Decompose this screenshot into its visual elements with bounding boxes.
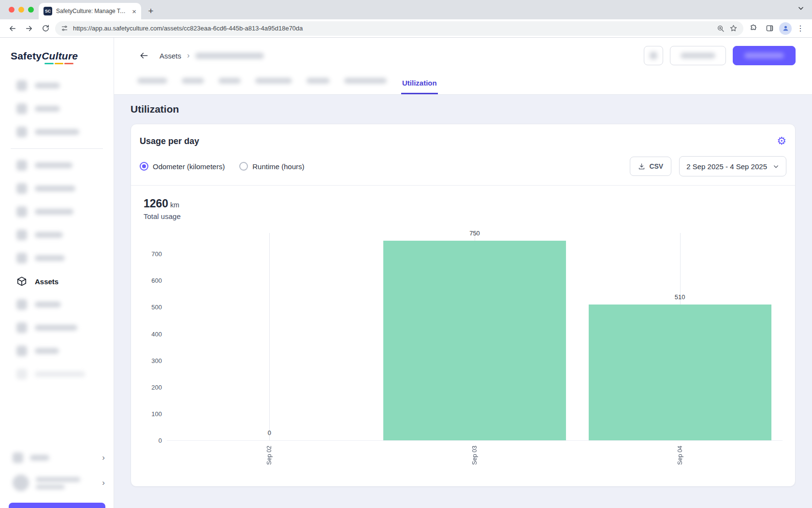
tab-search-chevron-icon[interactable] <box>798 5 804 12</box>
bar-value-label: 0 <box>268 429 271 436</box>
bar-sep-03 <box>383 241 566 440</box>
radio-selected-icon <box>140 162 148 171</box>
chevron-down-icon <box>773 163 779 170</box>
y-tick-label: 400 <box>151 331 162 338</box>
minimize-window-button[interactable] <box>18 7 24 13</box>
tab-redacted[interactable] <box>255 77 292 94</box>
forward-icon[interactable] <box>22 22 36 35</box>
unknown-icon <box>16 346 27 356</box>
sidebar-item-redacted[interactable] <box>0 247 114 270</box>
total-usage-label: Total usage <box>144 212 783 220</box>
chart-right-controls: CSV 2 Sep 2025 - 4 Sep 2025 <box>630 156 786 176</box>
header-icon-button[interactable] <box>644 46 663 65</box>
unknown-icon <box>16 299 27 310</box>
odometer-radio[interactable]: Odometer (kilometers) <box>140 162 225 171</box>
sidebar-item-redacted[interactable] <box>0 339 114 363</box>
tab-utilization[interactable]: Utilization <box>401 79 438 94</box>
vertical-gridline <box>269 233 270 440</box>
tab-redacted[interactable] <box>306 77 330 94</box>
unknown-icon <box>16 160 27 171</box>
logo-text-part1: Safety <box>11 50 42 61</box>
new-tab-button[interactable]: + <box>144 4 158 18</box>
breadcrumb-assets-link[interactable]: Assets <box>160 52 181 60</box>
unknown-icon <box>16 80 27 91</box>
back-icon[interactable] <box>6 22 19 35</box>
sidebar-item-redacted[interactable] <box>0 154 114 177</box>
header-actions <box>644 46 796 65</box>
help-icon <box>13 452 23 463</box>
header-primary-button[interactable] <box>733 46 796 65</box>
sidebar-help-item[interactable]: › <box>0 445 114 470</box>
date-range-dropdown[interactable]: 2 Sep 2025 - 4 Sep 2025 <box>679 156 786 176</box>
zoom-icon[interactable] <box>717 25 725 32</box>
y-tick-label: 300 <box>151 357 162 364</box>
logo-accent-underline <box>44 63 73 64</box>
safetyculture-logo: SafetyCulture <box>0 38 114 74</box>
page-header: Assets › <box>114 38 812 73</box>
unknown-icon <box>16 230 27 240</box>
window-controls <box>5 0 39 19</box>
sidebar-item-redacted[interactable] <box>0 120 114 144</box>
runtime-radio-label: Runtime (hours) <box>252 162 304 171</box>
sidebar-item-redacted[interactable] <box>0 74 114 97</box>
sidebar-item-assets[interactable]: Assets <box>0 270 114 293</box>
y-tick-label: 700 <box>151 250 162 258</box>
browser-tab[interactable]: SC SafetyCulture: Manage Teams and... × <box>39 3 141 19</box>
url-field[interactable]: https://app.au.safetyculture.com/assets/… <box>55 21 743 36</box>
sidebar-profile-item[interactable]: › <box>0 470 114 495</box>
sidebar-item-redacted[interactable] <box>0 223 114 247</box>
tab-redacted[interactable] <box>137 77 167 94</box>
unknown-icon <box>16 127 27 137</box>
sidebar: SafetyCulture <box>0 38 114 508</box>
sidebar-item-redacted[interactable] <box>0 177 114 200</box>
bar-value-label: 510 <box>675 293 685 301</box>
unknown-icon <box>16 369 27 379</box>
close-tab-icon[interactable]: × <box>132 8 136 15</box>
sidebar-item-label: Assets <box>35 277 58 286</box>
chevron-right-icon: › <box>102 453 105 463</box>
bookmark-star-icon[interactable] <box>729 24 738 32</box>
usage-bar-chart: 0100200300400500600700 0750510 Sep 02Sep… <box>144 233 783 473</box>
total-usage-block: 1260km Total usage <box>144 197 783 220</box>
header-secondary-button[interactable] <box>670 46 726 65</box>
sidebar-item-redacted[interactable] <box>0 97 114 120</box>
csv-label: CSV <box>649 162 663 170</box>
runtime-radio[interactable]: Runtime (hours) <box>239 162 304 171</box>
bottom-banner-partial[interactable] <box>9 503 105 508</box>
url-text[interactable]: https://app.au.safetyculture.com/assets/… <box>73 25 712 32</box>
csv-download-button[interactable]: CSV <box>630 157 671 176</box>
extensions-icon[interactable] <box>746 22 760 35</box>
sidebar-item-redacted[interactable] <box>0 363 114 386</box>
main-panel: Assets › Utilization <box>114 38 812 508</box>
sidebar-item-redacted[interactable] <box>0 293 114 316</box>
sidebar-divider <box>11 148 103 149</box>
tab-redacted[interactable] <box>182 77 204 94</box>
sidebar-item-redacted[interactable] <box>0 200 114 223</box>
tab-redacted[interactable] <box>344 77 387 94</box>
browser-profile-avatar[interactable] <box>779 22 792 35</box>
refresh-icon[interactable] <box>39 22 52 35</box>
back-arrow-icon[interactable] <box>136 48 152 63</box>
breadcrumb-asset-name-redacted <box>195 53 264 59</box>
sidebar-item-redacted[interactable] <box>0 316 114 339</box>
y-tick-label: 200 <box>151 384 162 391</box>
app-shell: SafetyCulture <box>0 38 812 508</box>
zoom-window-button[interactable] <box>28 7 34 13</box>
tab-redacted[interactable] <box>218 77 241 94</box>
plot-area: 0750510 <box>167 233 783 441</box>
y-axis: 0100200300400500600700 <box>144 233 167 441</box>
metric-radio-group: Odometer (kilometers) Runtime (hours) <box>140 162 304 171</box>
close-window-button[interactable] <box>9 7 14 13</box>
site-settings-icon[interactable] <box>61 25 68 32</box>
avatar <box>13 475 29 491</box>
unknown-icon <box>16 183 27 194</box>
asset-tabbar: Utilization <box>114 73 812 95</box>
side-panel-icon[interactable] <box>763 22 776 35</box>
gear-icon[interactable]: ⚙ <box>777 136 786 146</box>
bar-sep-04 <box>589 305 771 440</box>
browser-menu-icon[interactable]: ⋮ <box>795 24 806 33</box>
browser-tabstrip: SC SafetyCulture: Manage Teams and... × … <box>0 0 812 19</box>
unknown-icon <box>16 322 27 333</box>
radio-unselected-icon <box>239 162 248 171</box>
utilization-content: Utilization Usage per day ⚙ Odometer (ki… <box>114 95 812 508</box>
